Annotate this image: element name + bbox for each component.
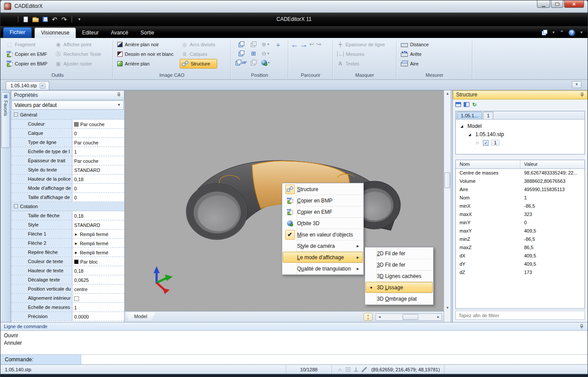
table-row[interactable]: minZ-86,5 [456, 235, 585, 243]
copier-en-bmp-button[interactable]: Copier en BMP [5, 59, 49, 69]
model-layout-tab[interactable]: Model [126, 312, 155, 321]
fragment-button[interactable]: ⬚Fragment [5, 40, 49, 49]
property-row[interactable]: Hauteur de texte0,18 [11, 266, 124, 275]
menu-item-structure[interactable]: Structure [283, 184, 363, 195]
zoom-out-button[interactable]: ⊖▼ [260, 50, 272, 57]
property-row[interactable]: StyleSTANDARD [11, 220, 124, 230]
property-row[interactable]: Style du texteSTANDARD [11, 165, 124, 175]
property-row[interactable]: Flèche 1►Rempli fermé [11, 230, 124, 239]
property-row[interactable]: Repère flèche►Rempli fermé [11, 248, 124, 257]
close-button[interactable]: ✕ [564, 0, 584, 8]
new-file-button[interactable] [21, 14, 31, 24]
back-button[interactable]: ← [291, 41, 298, 49]
tree-node-file[interactable]: ◢1.05.140.stp [460, 130, 585, 139]
property-row[interactable]: Type de lignePar couche [11, 138, 124, 147]
table-row[interactable]: dX409,5 [456, 252, 585, 260]
property-row[interactable]: Position verticale ducentre [11, 284, 124, 294]
rotate-view-button[interactable] [235, 41, 247, 47]
arete-button[interactable]: Arête [399, 49, 431, 59]
property-row[interactable]: Echelle de type de l1 [11, 147, 124, 156]
chevron-down-icon[interactable]: ▼ [552, 31, 555, 34]
property-row[interactable]: Décalage texte0,0625 [11, 275, 124, 284]
property-value[interactable]: 0 [72, 193, 124, 202]
toolbar-options-button[interactable]: ▼ [75, 14, 84, 24]
menu-item-3d-lignes-cachees[interactable]: 3D Lignes cachées [366, 271, 433, 281]
distance-button[interactable]: Distance [399, 40, 431, 49]
table-row[interactable]: maxY409,5 [456, 227, 585, 235]
table-row[interactable]: minX-86,5 [456, 202, 585, 210]
property-value[interactable]: 0,0625 [72, 275, 124, 284]
table-row[interactable]: Aire495990,115835113 [456, 185, 585, 194]
table-row[interactable]: dY409,5 [456, 260, 585, 268]
table-row[interactable]: maxZ86,5 [456, 243, 585, 252]
menu-item-3d-ombrage-plat[interactable]: 3D Ombrage plat [366, 293, 433, 304]
property-row[interactable]: Mode d'affichage de0 [11, 184, 124, 193]
property-value[interactable]: Par couche [72, 120, 124, 128]
rechercher-texte-button[interactable]: ⒶRechercher Texte [54, 49, 103, 59]
snap-magnet-icon[interactable]: ∩ [338, 367, 342, 373]
split-horizontal-icon[interactable] [455, 102, 461, 107]
next-view-button[interactable]: ↪ [316, 41, 321, 48]
calques-button[interactable]: ≣Calques [180, 49, 217, 59]
expanded-icon[interactable]: ◢ [468, 133, 472, 137]
tree-tab-file[interactable]: 1.05.1... [457, 112, 482, 119]
tab-sortie[interactable]: Sortie [134, 28, 160, 38]
table-row[interactable]: minY0 [456, 219, 585, 227]
command-input[interactable] [81, 355, 588, 364]
menu-item-3d-fil-de-fer[interactable]: 3D Fil de fer [366, 259, 433, 270]
redo-button[interactable]: ↷ [59, 14, 69, 24]
structure-toggle-button[interactable]: Structure [180, 59, 217, 69]
property-value[interactable]: Par couche [72, 138, 124, 147]
save-button[interactable] [40, 14, 50, 24]
collapsed-icon[interactable]: ▷ [476, 141, 480, 145]
copier-en-emf-button[interactable]: Copier en EMF [5, 49, 49, 59]
property-row[interactable]: Couleur de textePar bloc [11, 257, 124, 266]
tab-avance[interactable]: Avancé [105, 28, 134, 38]
grid-icon[interactable] [345, 367, 350, 372]
table-row[interactable]: dZ173 [456, 268, 585, 277]
property-row[interactable]: Flèche 2►Rempli fermé [11, 239, 124, 248]
property-value[interactable]: 1 [72, 303, 124, 312]
property-row[interactable]: Hauteur de la police0,18 [11, 175, 124, 184]
collapse-ribbon-icon[interactable]: ⌃ [560, 30, 564, 36]
close-document-icon[interactable]: ✕ [40, 83, 45, 89]
table-row[interactable]: Nom1 [456, 194, 585, 202]
split-vertical-icon[interactable] [464, 102, 469, 107]
expand-chevron-button[interactable]: ▼▼ [363, 313, 373, 321]
scrollbar-thumb[interactable] [444, 172, 450, 188]
property-value[interactable]: 0 [72, 129, 124, 137]
property-value[interactable]: centre [72, 284, 124, 293]
vertical-scrollbar[interactable]: ▲ ▼ [444, 90, 451, 322]
property-value[interactable]: 1 [72, 147, 124, 156]
property-value[interactable]: 0,18 [72, 175, 124, 183]
property-value[interactable]: Par couche [72, 156, 124, 165]
checkbox[interactable] [74, 296, 79, 301]
pin-icon[interactable] [579, 324, 584, 329]
property-value[interactable]: ►Rempli fermé [72, 230, 124, 238]
maximize-button[interactable] [551, 0, 563, 8]
previous-view-button[interactable]: ↩ [309, 41, 315, 48]
zoom-extents-button[interactable]: ⊞ [247, 50, 260, 57]
property-row[interactable]: Echelle de mesures1 [11, 303, 124, 312]
switch-windows-icon[interactable] [542, 30, 547, 35]
property-row[interactable]: Taille de flèche0,18 [11, 211, 124, 220]
open-file-button[interactable] [31, 14, 40, 24]
tree-node-solid[interactable]: ▷✓1 [460, 139, 585, 147]
property-row[interactable]: CouleurPar couche [11, 120, 124, 129]
textes-button[interactable]: ATextes [335, 59, 387, 69]
property-group-header[interactable]: −Général [11, 110, 124, 120]
sidebar-tab-favoris[interactable]: ▦ Favoris [1, 92, 10, 148]
menu-item-style-de-camera[interactable]: Style de caméra ► [283, 240, 363, 251]
tab-list-chevron-button[interactable]: ▼ [572, 81, 581, 88]
property-value[interactable]: ►Rempli fermé [72, 248, 124, 257]
help-button[interactable]: ? [568, 29, 575, 36]
property-value[interactable]: ►Rempli fermé [72, 239, 124, 247]
ajuster-raster-button[interactable]: ▣Ajuster raster [54, 59, 103, 69]
orbit-3d-button[interactable]: ▼ [260, 60, 272, 65]
table-row[interactable]: maxX323 [456, 210, 585, 219]
horizontal-scrollbar[interactable]: ◄ ► [376, 313, 442, 321]
property-value[interactable]: 0,18 [72, 266, 124, 275]
afficher-point-button[interactable]: ◉Afficher point [54, 40, 103, 49]
refresh-icon[interactable]: ↻ [472, 102, 476, 108]
column-header-valeur[interactable]: Valeur [520, 160, 537, 168]
